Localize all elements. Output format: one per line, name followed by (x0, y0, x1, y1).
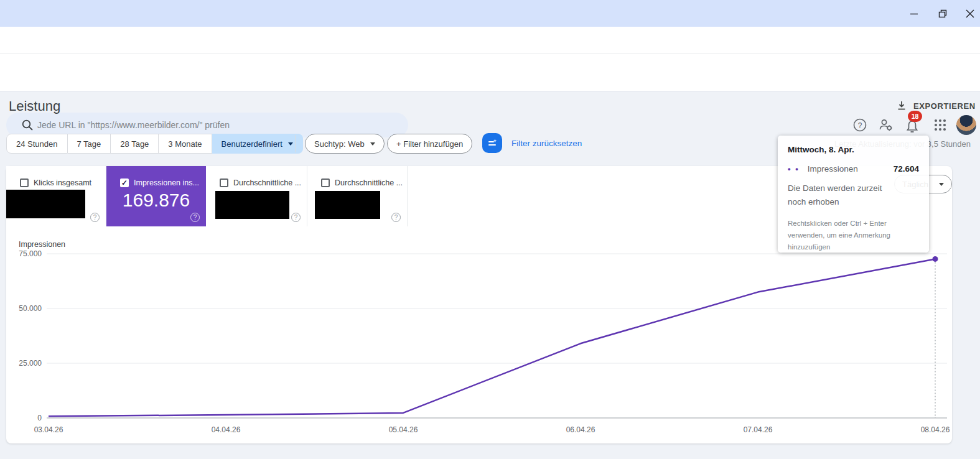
y-tick-label: 25.000 (19, 359, 42, 368)
x-tick-label: 06.04.26 (566, 425, 595, 434)
close-button[interactable] (961, 5, 979, 22)
x-tick-label: 03.04.26 (34, 425, 63, 434)
filter-sparkle-icon (487, 137, 498, 149)
search-type-dropdown[interactable]: Suchtyp: Web (305, 134, 385, 154)
chip-benutzerdefiniert-label: Benutzerdefiniert (222, 139, 282, 149)
checkbox-checked-icon[interactable]: ✓ (120, 178, 129, 187)
chevron-down-icon (370, 142, 375, 146)
x-tick-label: 07.04.26 (744, 425, 773, 434)
chip-24-stunden[interactable]: 24 Stunden (6, 134, 68, 154)
y-tick-label: 50.000 (19, 304, 42, 313)
search-icon (21, 119, 34, 131)
help-icon[interactable]: ? (190, 213, 200, 222)
y-tick-label: 0 (37, 414, 42, 422)
user-settings-icon[interactable] (877, 116, 895, 134)
notification-count-badge: 18 (908, 111, 922, 122)
impressions-total-value: 169.876 (106, 190, 206, 211)
chevron-down-icon (939, 183, 944, 186)
chevron-down-icon (288, 142, 293, 146)
account-avatar[interactable] (956, 115, 976, 135)
reset-filters-link[interactable]: Filter zurücksetzen (511, 139, 582, 148)
minimize-button[interactable] (905, 5, 923, 22)
tooltip-series-label: Impressionen (808, 164, 894, 174)
metric-card-impressions[interactable]: ✓ Impressionen ins... 169.876 ? (106, 166, 206, 226)
tooltip-value: 72.604 (894, 164, 919, 174)
chip-3-monate[interactable]: 3 Monate (159, 134, 212, 154)
chip-28-tage[interactable]: 28 Tage (111, 134, 159, 154)
export-label: EXPORTIEREN (913, 101, 976, 111)
x-tick-label: 04.04.26 (212, 425, 241, 434)
series-dots-icon: • • (788, 164, 800, 174)
chart-tooltip: Mittwoch, 8. Apr. • • Impressionen 72.60… (778, 136, 929, 253)
y-axis-title: Impressionen (19, 240, 65, 249)
search-placeholder: Jede URL in "https://www.meerbilder.com/… (37, 120, 230, 130)
metric-label: Impressionen ins... (134, 178, 199, 187)
tooltip-hint: Rechtsklicken oder Ctrl + Enter verwende… (788, 218, 921, 253)
export-button[interactable]: EXPORTIEREN (896, 100, 976, 111)
browser-toolbar: onsole/performance/search-analytics?reso… (0, 27, 980, 53)
add-filter-label: + Filter hinzufügen (396, 139, 463, 149)
x-tick-label: 05.04.26 (389, 425, 418, 434)
svg-text:?: ? (858, 121, 862, 130)
data-point-marker[interactable] (933, 256, 938, 262)
app-header: Jede URL in "https://www.meerbilder.com/… (0, 53, 980, 91)
tooltip-date: Mittwoch, 8. Apr. (788, 145, 919, 154)
window-titlebar (0, 0, 980, 27)
tooltip-note: Die Daten werden zurzeit noch erhoben (788, 182, 887, 208)
download-icon (896, 100, 907, 111)
add-filter-button[interactable]: + Filter hinzufügen (387, 134, 472, 154)
chip-benutzerdefiniert[interactable]: Benutzerdefiniert (212, 134, 303, 154)
page-title: Leistung (9, 98, 60, 114)
x-tick-label: 08.04.26 (921, 425, 950, 434)
apps-grid-icon[interactable] (931, 116, 949, 134)
filter-bar-toggle-button[interactable] (482, 133, 502, 153)
screen: onsole/performance/search-analytics?reso… (0, 0, 980, 459)
y-tick-label: 75.000 (19, 249, 42, 258)
filter-divider (295, 135, 296, 152)
search-type-label: Suchtyp: Web (314, 139, 365, 149)
restore-button[interactable] (933, 5, 952, 22)
date-range-chips: 24 Stunden 7 Tage 28 Tage 3 Monate Benut… (6, 134, 303, 154)
help-icon[interactable]: ? (851, 116, 869, 134)
impressions-line (49, 259, 935, 416)
chip-7-tage[interactable]: 7 Tage (68, 134, 111, 154)
